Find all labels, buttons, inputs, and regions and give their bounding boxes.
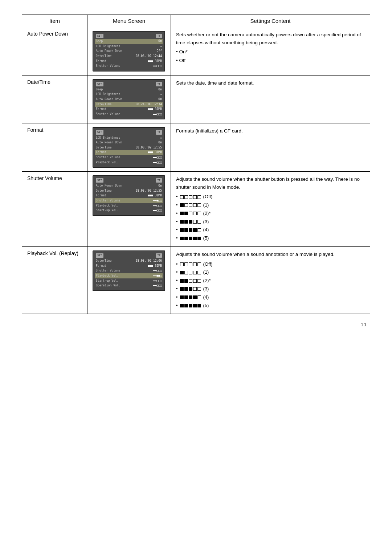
item-label-playback-vol: Playback Vol. (Replay) <box>27 250 78 256</box>
lcd-row-highlighted: Shutter Volume ▬▬■□□ <box>95 198 163 203</box>
lcd-row: Date/Time 08.08.'02 12:44 <box>96 54 162 59</box>
lcd-display-shutter-volume: SET TT Auto Power Down On Date/Time 08.0… <box>93 175 165 216</box>
option-item: • (2)* <box>176 277 365 285</box>
option-item: • On* <box>176 48 365 56</box>
page-number: 11 <box>22 321 370 327</box>
lcd-row: LCD Brightness ★ <box>96 44 162 49</box>
lcd-row: Beep On <box>96 87 162 92</box>
option-item: • (3) <box>176 285 365 293</box>
menu-screen-auto-power-down: SET TT Beep On LCD Brightness ★ Auto Pow… <box>87 27 171 76</box>
lcd-row: Start-up Vol. ▬▬□□□ <box>96 278 162 283</box>
table-row: Playback Vol. (Replay) SET TT Date/Time … <box>22 247 370 314</box>
table-row: Date/Time SET TT Beep On LCD Brightness … <box>22 75 370 123</box>
lcd-icon: SET <box>96 178 103 183</box>
menu-screen-format: SET TT LCD Brightness ★ Auto Power Down … <box>87 123 171 172</box>
lcd-row: Playback Vol. ▬▬□□□ <box>96 203 162 208</box>
lcd-row: Playback vol. ▬▬□□□ <box>96 160 162 165</box>
settings-table: Item Menu Screen Settings Content Auto P… <box>22 15 370 314</box>
settings-description: Sets the date, time and date format. <box>176 80 254 86</box>
settings-options-shutter: • (Off) • <box>176 193 365 242</box>
table-row: Format SET TT LCD Brightness ★ Auto Powe… <box>22 123 370 172</box>
lcd-icon-tt: TT <box>156 34 162 38</box>
option-item: • (5) <box>176 302 365 310</box>
lcd-icon: SET <box>96 253 103 258</box>
lcd-icon-tt: TT <box>156 130 162 134</box>
menu-screen-playback-vol: SET TT Date/Time 08.08.'02 12:06 Format … <box>87 247 171 314</box>
option-item: • (Off) <box>176 261 365 268</box>
lcd-row: Operation Vol. ▬▬□□□ <box>96 283 162 288</box>
settings-description: Adjusts the sound volume when the shutte… <box>176 176 360 190</box>
header-settings-content: Settings Content <box>171 15 370 27</box>
lcd-row: Format ■■■ 31MB <box>96 59 162 64</box>
option-item: • (5) <box>176 234 365 242</box>
option-item: • Off <box>176 57 365 65</box>
menu-screen-shutter-volume: SET TT Auto Power Down On Date/Time 08.0… <box>87 172 171 247</box>
option-item: • (4) <box>176 294 365 301</box>
item-label-date-time: Date/Time <box>27 79 50 85</box>
settings-options: • On* • Off <box>176 48 365 64</box>
settings-content-auto-power-down: Sets whether or not the camera automatic… <box>171 27 370 76</box>
table-row: Shutter Volume SET TT Auto Power Down On… <box>22 172 370 247</box>
lcd-icon-tt: TT <box>156 82 162 86</box>
lcd-row: LCD Brightness ★ <box>96 135 162 140</box>
lcd-row: Shutter Volume ▬▬□□□ <box>96 64 162 69</box>
option-item: • (1) <box>176 269 365 276</box>
lcd-row-highlighted: Playback Vol. ▬▬■■□ <box>95 273 163 278</box>
lcd-display-playback-vol: SET TT Date/Time 08.08.'02 12:06 Format … <box>93 250 165 291</box>
lcd-row: Beep On <box>95 39 163 44</box>
settings-content-playback-vol: Adjusts the sound volume when a sound an… <box>171 247 370 314</box>
lcd-row: Shutter Volume ▬▬□□□ <box>96 155 162 160</box>
option-item: • (1) <box>176 201 365 209</box>
lcd-display-format: SET TT LCD Brightness ★ Auto Power Down … <box>93 127 165 168</box>
settings-content-shutter-volume: Adjusts the sound volume when the shutte… <box>171 172 370 247</box>
lcd-row: LCD Brightness ★ <box>96 92 162 97</box>
option-item: • (3) <box>176 218 365 226</box>
header-item: Item <box>22 15 87 27</box>
table-row: Auto Power Down SET TT Beep On LCD Brigh… <box>22 27 370 76</box>
header-menu-screen: Menu Screen <box>87 15 171 27</box>
menu-screen-date-time: SET TT Beep On LCD Brightness ★ Auto Pow… <box>87 75 171 123</box>
lcd-icon: SET <box>96 130 103 134</box>
lcd-row: Auto Power Down Off <box>96 49 162 54</box>
item-label-shutter-volume: Shutter Volume <box>27 175 62 181</box>
option-item: • (Off) <box>176 193 365 201</box>
lcd-row-highlighted: Date/Time 08.24.'00 12:34 <box>95 102 163 107</box>
lcd-row: Format ■■■ 31MB <box>96 264 162 269</box>
lcd-row: Format ■■■ 31MB <box>96 193 162 198</box>
settings-content-date-time: Sets the date, time and date format. <box>171 75 370 123</box>
lcd-icon-tt: TT <box>156 253 162 258</box>
settings-description: Adjusts the sound volume when a sound an… <box>176 252 335 257</box>
lcd-icon-tt: TT <box>156 178 162 183</box>
lcd-display-date-time: SET TT Beep On LCD Brightness ★ Auto Pow… <box>93 79 165 120</box>
item-label-auto-power-down: Auto Power Down <box>27 31 68 37</box>
option-item: • (4) <box>176 226 365 234</box>
settings-options-playback: • (Off) • <box>176 261 365 310</box>
settings-description: Formats (initializes) a CF card. <box>176 128 243 134</box>
lcd-row: Auto Power Down On <box>96 97 162 102</box>
lcd-row-highlighted: Format ■■■ 31MB <box>95 150 163 155</box>
settings-content-format: Formats (initializes) a CF card. <box>171 123 370 172</box>
lcd-row: Shutter Volume ▬▬□□□ <box>96 268 162 273</box>
option-item: • (2)* <box>176 210 365 217</box>
lcd-row: Start-up Vol. ▬▬□□□ <box>96 208 162 213</box>
lcd-row: Auto Power Down On <box>96 140 162 145</box>
lcd-row: Date/Time 08.08.'02 12:55 <box>96 145 162 150</box>
item-label-format: Format <box>27 127 43 133</box>
lcd-row: Auto Power Down On <box>96 183 162 188</box>
lcd-icon: SET <box>96 82 103 86</box>
lcd-icon: SET <box>96 34 103 38</box>
lcd-row: Shutter Volume ▬▬□□□ <box>96 112 162 117</box>
lcd-row: Format ■■■ 31MB <box>96 107 162 112</box>
lcd-row: Date/Time 08.08.'02 12:06 <box>96 258 162 264</box>
lcd-display-auto-power-down: SET TT Beep On LCD Brightness ★ Auto Pow… <box>93 31 165 72</box>
settings-description: Sets whether or not the camera automatic… <box>176 32 361 45</box>
lcd-row: Date/Time 08.08.'02 12:55 <box>96 188 162 193</box>
